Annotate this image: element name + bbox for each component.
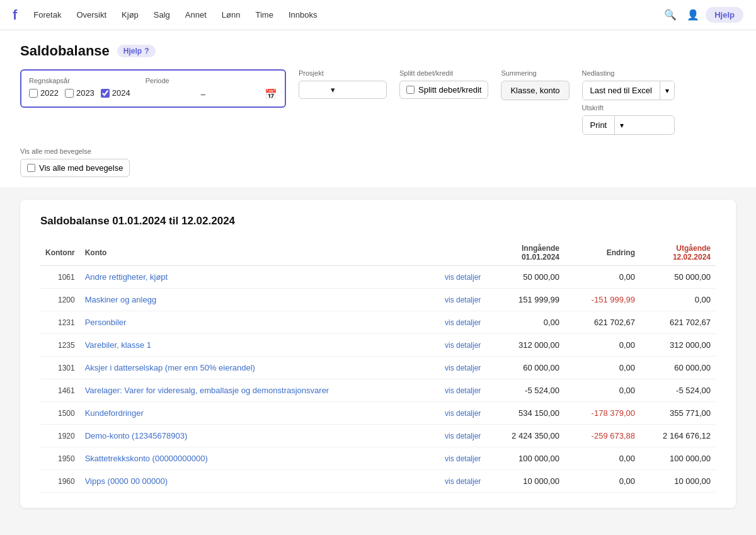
cell-utgaende: 2 164 676,12 <box>640 425 716 447</box>
year-2024[interactable]: 2024 <box>101 88 130 98</box>
print-split-btn: Print ▾ <box>582 115 675 135</box>
cell-utgaende: -5 524,00 <box>640 379 716 402</box>
vis-detaljer-link[interactable]: vis detaljer <box>445 341 481 350</box>
nedlasting-dropdown-button[interactable]: ▾ <box>660 81 674 100</box>
konto-link[interactable]: Varelager: Varer for videresalg, emballa… <box>85 386 329 395</box>
vis-detaljer-link[interactable]: vis detaljer <box>445 296 481 304</box>
nav-foretak[interactable]: Foretak <box>27 6 67 23</box>
cell-inngaende: 534 150,00 <box>489 402 564 425</box>
help-badge[interactable]: Hjelp ? <box>117 45 156 57</box>
vis-detaljer-link[interactable]: vis detaljer <box>445 432 481 440</box>
cell-utgaende: 621 702,67 <box>640 311 716 334</box>
report-title: Saldobalanse 01.01.2024 til 12.02.2024 <box>40 215 716 227</box>
vis-alle-label: Vis alle med bevegelse <box>20 147 736 155</box>
konto-link[interactable]: Personbiler <box>85 318 127 327</box>
print-dropdown-button[interactable]: ▾ <box>615 116 629 134</box>
table-row: 1061 Andre rettigheter, kjøpt vis detalj… <box>40 266 716 289</box>
help-nav-button[interactable]: Hjelp <box>706 7 743 23</box>
konto-link[interactable]: Maskiner og anlegg <box>85 295 156 304</box>
vis-detaljer-link[interactable]: vis detaljer <box>445 386 481 395</box>
year-2023-checkbox[interactable] <box>65 89 74 98</box>
vis-alle-button[interactable]: Vis alle med bevegelse <box>20 159 130 177</box>
cell-kontonr: 1500 <box>40 402 80 425</box>
prosjekt-select[interactable]: ▾ <box>299 81 387 99</box>
cell-inngaende: 0,00 <box>489 311 564 334</box>
summering-button[interactable]: Klasse, konto <box>501 81 569 100</box>
konto-link[interactable]: Vipps (0000 00 00000) <box>85 476 168 486</box>
cell-endring: 621 702,67 <box>564 311 640 334</box>
konto-link[interactable]: Kundefordringer <box>85 408 144 418</box>
cell-konto: Maskiner og anlegg <box>80 289 438 311</box>
cell-inngaende: 2 424 350,00 <box>489 425 564 447</box>
nedlasting-label: Nedlasting <box>582 69 675 77</box>
col-header-utgaende: Utgående 12.02.2024 <box>640 240 716 266</box>
splitt-label: Splitt debet/kredit <box>399 69 488 77</box>
main-content: Saldobalanse 01.01.2024 til 12.02.2024 K… <box>0 187 756 521</box>
filters-panel: Regnskapsår 2022 2023 2024 <box>0 59 756 147</box>
cell-vis-detaljer: vis detaljer <box>438 447 489 470</box>
col-header-kontonr: Kontonr <box>40 240 80 266</box>
table-row: 1960 Vipps (0000 00 00000) vis detaljer … <box>40 470 716 493</box>
col-header-endring: Endring <box>564 240 640 266</box>
cell-endring: 0,00 <box>564 266 640 289</box>
year-2023[interactable]: 2023 <box>65 88 94 98</box>
year-2024-checkbox[interactable] <box>101 89 110 98</box>
vis-alle-checkbox[interactable] <box>27 164 35 172</box>
konto-link[interactable]: Varebiler, klasse 1 <box>85 340 151 350</box>
vis-alle-section: Vis alle med bevegelse Vis alle med beve… <box>0 147 756 187</box>
vis-detaljer-link[interactable]: vis detaljer <box>445 477 481 486</box>
cell-konto: Varebiler, klasse 1 <box>80 334 438 357</box>
cell-utgaende: 60 000,00 <box>640 357 716 379</box>
vis-detaljer-link[interactable]: vis detaljer <box>445 273 481 282</box>
konto-link[interactable]: Demo-konto (12345678903) <box>85 431 188 440</box>
cell-vis-detaljer: vis detaljer <box>438 379 489 402</box>
year-2022-label: 2022 <box>40 88 59 98</box>
nav-annet[interactable]: Annet <box>179 6 213 23</box>
utskrift-label: Utskrift <box>582 104 675 112</box>
print-button[interactable]: Print <box>583 116 616 134</box>
calendar-icon[interactable]: 📅 <box>265 88 277 100</box>
cell-konto: Andre rettigheter, kjøpt <box>80 266 438 289</box>
periode-to-input[interactable]: 12.02.202 <box>209 89 261 99</box>
vis-detaljer-link[interactable]: vis detaljer <box>445 364 481 372</box>
vis-detaljer-link[interactable]: vis detaljer <box>445 454 481 463</box>
profile-button[interactable]: 👤 <box>683 5 703 25</box>
periode-from-input[interactable]: 01.01.202 <box>146 89 197 99</box>
konto-link[interactable]: Skattetrekkskonto (00000000000) <box>85 454 208 463</box>
periode-group: Periode 01.01.202 – 12.02.202 📅 <box>146 77 277 100</box>
periode-label: Periode <box>146 77 277 84</box>
konto-link[interactable]: Andre rettigheter, kjøpt <box>85 272 168 282</box>
nav-salg[interactable]: Salg <box>147 6 176 23</box>
cell-vis-detaljer: vis detaljer <box>438 425 489 447</box>
cell-kontonr: 1920 <box>40 425 80 447</box>
cell-utgaende: 100 000,00 <box>640 447 716 470</box>
periode-dash: – <box>201 89 205 99</box>
year-2022[interactable]: 2022 <box>29 88 59 98</box>
cell-inngaende: 50 000,00 <box>489 266 564 289</box>
col-header-vis <box>438 240 489 266</box>
splitt-button[interactable]: Splitt debet/kredit <box>399 81 488 99</box>
nav-oversikt[interactable]: Oversikt <box>70 6 113 23</box>
last-ned-excel-button[interactable]: Last ned til Excel <box>583 81 660 100</box>
cell-vis-detaljer: vis detaljer <box>438 357 489 379</box>
cell-kontonr: 1235 <box>40 334 80 357</box>
vis-detaljer-link[interactable]: vis detaljer <box>445 318 481 327</box>
nav-innboks[interactable]: Innboks <box>282 6 324 23</box>
cell-inngaende: 100 000,00 <box>489 447 564 470</box>
nav-lonn[interactable]: Lønn <box>215 6 247 23</box>
year-2022-checkbox[interactable] <box>29 89 38 98</box>
cell-endring: -178 379,00 <box>564 402 640 425</box>
konto-link[interactable]: Aksjer i datterselskap (mer enn 50% eier… <box>85 363 255 372</box>
summering-group: Summering Klasse, konto <box>501 69 569 100</box>
search-button[interactable]: 🔍 <box>660 5 680 25</box>
table-row: 1500 Kundefordringer vis detaljer 534 15… <box>40 402 716 425</box>
splitt-checkbox[interactable] <box>406 86 415 94</box>
cell-inngaende: 312 000,00 <box>489 334 564 357</box>
question-icon: ? <box>144 47 149 55</box>
nav-time[interactable]: Time <box>249 6 279 23</box>
cell-konto: Vipps (0000 00 00000) <box>80 470 438 493</box>
cell-vis-detaljer: vis detaljer <box>438 289 489 311</box>
nav-kjop[interactable]: Kjøp <box>115 6 145 23</box>
cell-utgaende: 10 000,00 <box>640 470 716 493</box>
vis-detaljer-link[interactable]: vis detaljer <box>445 409 481 418</box>
